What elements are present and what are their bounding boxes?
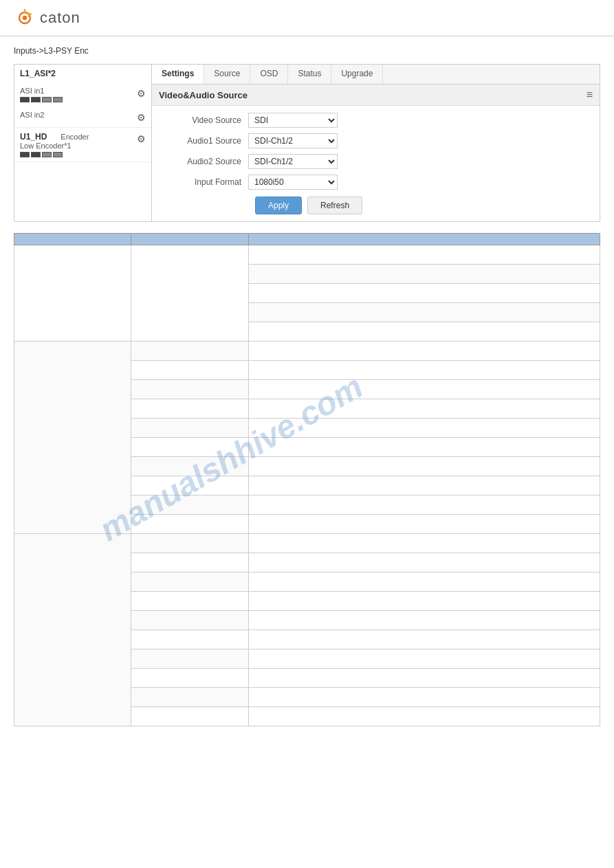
panel-inner: L1_ASI*2 ASI in1 [14, 65, 600, 221]
sidebar-item-asiin2[interactable]: ASI in2 ⚙ [14, 107, 151, 127]
table-body [14, 245, 600, 726]
tab-settings[interactable]: Settings [152, 65, 204, 84]
gear-icon-asiin2[interactable]: ⚙ [137, 112, 146, 123]
sidebar-group-encoder: U1_HD Encoder Low Encoder*1 ⚙ [14, 128, 151, 162]
input-format-row: Input Format 1080i50 [166, 175, 586, 190]
table-cell [131, 649, 248, 669]
refresh-button[interactable]: Refresh [307, 197, 362, 214]
bar-seg4 [53, 97, 63, 102]
table-cell [131, 669, 248, 688]
lower-table-section: manualshhive.com [14, 233, 600, 726]
table-cell-group1-sub [131, 245, 248, 342]
table-cell [131, 496, 248, 515]
device-bar-asiin1 [20, 97, 133, 102]
table-cell [131, 534, 248, 553]
input-format-select[interactable]: 1080i50 [248, 175, 338, 190]
sidebar-item-asiin1-content: ASI in1 [20, 87, 133, 102]
form-button-row: Apply Refresh [255, 197, 586, 214]
table-cell [131, 707, 248, 726]
audio1-source-select[interactable]: SDI-Ch1/2 [248, 133, 338, 148]
table-cell-group2 [14, 342, 131, 534]
table-cell [131, 457, 248, 476]
table-cell [248, 322, 600, 342]
section-title: Video&Audio Source [159, 90, 248, 100]
video-source-select[interactable]: SDI [248, 113, 338, 128]
table-cell [248, 303, 600, 322]
panel-right-content: Settings Source OSD Status Upgrade Video… [152, 65, 600, 221]
sidebar-encoder-sub: Encoder [61, 133, 89, 141]
table-cell [248, 265, 600, 284]
tab-upgrade[interactable]: Upgrade [331, 65, 383, 84]
table-cell [131, 572, 248, 592]
enc-bar-seg2 [31, 152, 41, 157]
audio2-source-row: Audio2 Source SDI-Ch1/2 [166, 154, 586, 169]
table-cell [131, 553, 248, 572]
table-cell [131, 611, 248, 630]
main-panel: L1_ASI*2 ASI in1 [14, 64, 600, 222]
table-cell [248, 284, 600, 303]
tab-bar: Settings Source OSD Status Upgrade [152, 65, 600, 85]
table-cell [131, 399, 248, 419]
table-cell [131, 476, 248, 496]
gear-icon-asiin1[interactable]: ⚙ [137, 88, 146, 99]
sidebar-item-asi-title: L1_ASI*2 [20, 69, 146, 78]
bar-seg1 [20, 97, 30, 102]
audio2-source-label: Audio2 Source [166, 157, 248, 166]
table-col2-header [131, 234, 248, 245]
enc-bar-seg1 [20, 152, 30, 157]
tab-source[interactable]: Source [204, 65, 250, 84]
sidebar-item-asi1-content: L1_ASI*2 [20, 69, 146, 78]
sidebar-encoder-lowenc: Low Encoder*1 [20, 142, 133, 150]
enc-bar-seg3 [42, 152, 52, 157]
table-cell [131, 438, 248, 457]
section-header: Video&Audio Source ≡ [152, 85, 600, 106]
table-cell [131, 592, 248, 611]
logo-container: caton [14, 7, 80, 29]
sidebar-item-encoder[interactable]: U1_HD Encoder Low Encoder*1 ⚙ [14, 128, 151, 162]
table-cell-group3 [14, 534, 131, 726]
enc-bar-seg4 [53, 152, 63, 157]
table-header-row [14, 234, 600, 245]
table-cell [131, 342, 248, 361]
device-bar-encoder [20, 152, 133, 157]
svg-point-1 [23, 16, 27, 20]
audio2-source-select[interactable]: SDI-Ch1/2 [248, 154, 338, 169]
audio1-source-row: Audio1 Source SDI-Ch1/2 [166, 133, 586, 148]
video-source-label: Video Source [166, 115, 248, 125]
table-cell [131, 630, 248, 649]
data-table [14, 233, 600, 726]
sidebar-item-asiin1[interactable]: ASI in1 ⚙ [14, 82, 151, 107]
table-cell [131, 419, 248, 438]
bar-seg3 [42, 97, 52, 102]
table-cell [131, 380, 248, 399]
tab-status[interactable]: Status [288, 65, 331, 84]
table-cell [248, 245, 600, 265]
tab-content-area: Video&Audio Source ≡ Video Source SDI Au… [152, 85, 600, 221]
main-content: Inputs->L3-PSY Enc L1_ASI*2 ASI in1 [0, 36, 614, 733]
sidebar-item-asiin2-content: ASI in2 [20, 111, 133, 119]
table-row [14, 534, 600, 553]
audio1-source-label: Audio1 Source [166, 136, 248, 146]
caton-logo-icon [14, 7, 36, 29]
table-row [14, 245, 600, 265]
bar-seg2 [31, 97, 41, 102]
gear-icon-encoder[interactable]: ⚙ [137, 133, 146, 144]
sidebar-item-asiin1-label: ASI in1 [20, 87, 133, 95]
table-row [14, 342, 600, 361]
breadcrumb: Inputs->L3-PSY Enc [14, 43, 600, 58]
table-cell-group1 [14, 245, 131, 342]
section-menu-icon: ≡ [586, 89, 593, 101]
app-header: caton [0, 0, 614, 36]
table-col3-header [248, 234, 600, 245]
apply-button[interactable]: Apply [255, 197, 302, 214]
sidebar-encoder-title: U1_HD [20, 132, 47, 142]
sidebar-item-asiin2-label: ASI in2 [20, 111, 133, 119]
sidebar-group-asi: L1_ASI*2 ASI in1 [14, 65, 151, 128]
table-cell [131, 361, 248, 380]
video-source-row: Video Source SDI [166, 113, 586, 128]
tab-osd[interactable]: OSD [250, 65, 288, 84]
table-cell [131, 515, 248, 534]
input-format-label: Input Format [166, 177, 248, 187]
table-cell [131, 688, 248, 707]
sidebar-item-encoder-content: U1_HD Encoder Low Encoder*1 [20, 132, 133, 157]
